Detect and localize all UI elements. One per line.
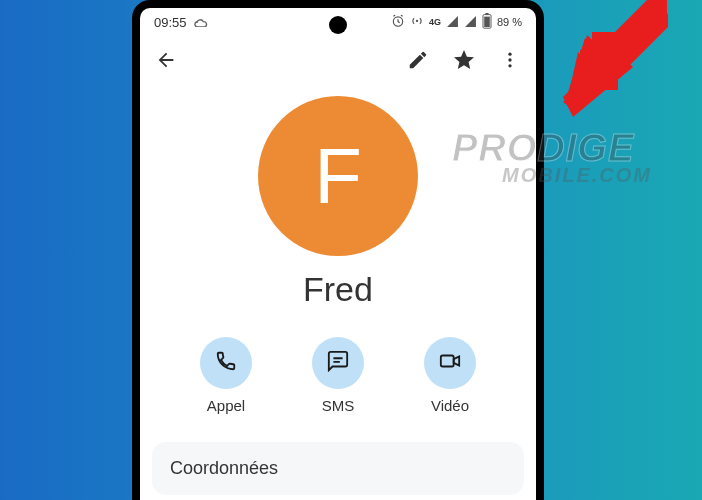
signal-icon-2 xyxy=(464,15,477,30)
callout-arrow xyxy=(538,2,668,122)
svg-rect-3 xyxy=(485,13,488,15)
avatar-initial: F xyxy=(314,131,362,222)
svg-marker-10 xyxy=(563,47,633,117)
svg-marker-17 xyxy=(568,52,613,97)
svg-point-7 xyxy=(508,64,511,67)
svg-marker-20 xyxy=(592,0,667,80)
svg-point-1 xyxy=(416,20,418,22)
phone-icon xyxy=(215,350,237,376)
svg-marker-9 xyxy=(568,2,663,92)
sms-label: SMS xyxy=(322,397,355,414)
video-label: Vidéo xyxy=(431,397,469,414)
svg-rect-15 xyxy=(578,24,643,89)
alarm-icon xyxy=(391,14,405,30)
battery-icon xyxy=(482,13,492,31)
back-button[interactable] xyxy=(154,48,178,72)
details-title: Coordonnées xyxy=(170,458,278,478)
details-section: Coordonnées xyxy=(152,442,524,495)
svg-point-5 xyxy=(508,53,511,56)
status-time: 09:55 xyxy=(154,15,187,30)
video-icon xyxy=(438,350,462,376)
favorite-button[interactable] xyxy=(452,48,476,72)
svg-marker-23 xyxy=(567,36,620,100)
call-label: Appel xyxy=(207,397,245,414)
action-row: Appel SMS Vidéo xyxy=(140,337,536,414)
svg-marker-22 xyxy=(570,50,622,98)
svg-marker-21 xyxy=(572,35,617,95)
edit-button[interactable] xyxy=(406,48,430,72)
app-bar xyxy=(140,36,536,84)
signal-icon-1 xyxy=(446,15,459,30)
network-type: 4G xyxy=(429,17,441,27)
more-button[interactable] xyxy=(498,48,522,72)
svg-marker-19 xyxy=(587,0,667,75)
svg-marker-12 xyxy=(592,4,666,60)
contact-name: Fred xyxy=(140,270,536,309)
hotspot-icon xyxy=(410,14,424,30)
svg-rect-8 xyxy=(441,356,454,367)
battery-percent: 89 % xyxy=(497,16,522,28)
camera-hole xyxy=(329,16,347,34)
svg-rect-4 xyxy=(484,17,490,27)
svg-marker-18 xyxy=(566,50,616,100)
call-button[interactable]: Appel xyxy=(200,337,252,414)
contact-avatar[interactable]: F xyxy=(258,96,418,256)
message-icon xyxy=(327,350,349,376)
svg-marker-25 xyxy=(565,38,617,102)
video-button[interactable]: Vidéo xyxy=(424,337,476,414)
svg-marker-13 xyxy=(578,62,618,102)
svg-marker-14 xyxy=(573,57,623,107)
svg-marker-24 xyxy=(567,48,614,100)
sms-button[interactable]: SMS xyxy=(312,337,364,414)
screen: 09:55 4G xyxy=(140,8,536,500)
phone-frame: 09:55 4G xyxy=(132,0,544,500)
weather-icon xyxy=(193,15,209,30)
svg-marker-16 xyxy=(568,52,610,97)
svg-marker-11 xyxy=(563,2,668,112)
callout-arrow-overlay xyxy=(532,0,672,120)
svg-point-6 xyxy=(508,58,511,61)
